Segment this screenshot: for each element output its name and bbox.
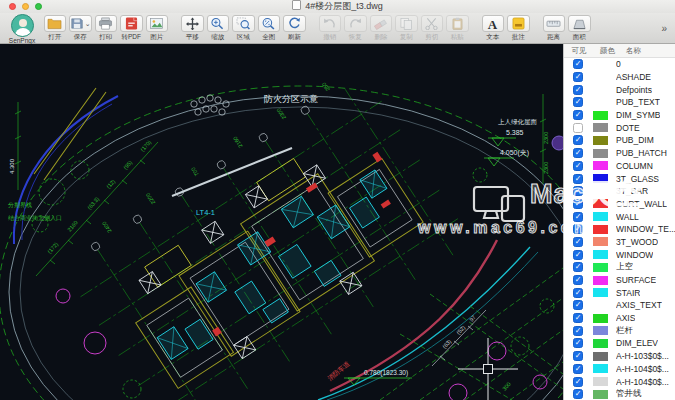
layer-color-swatch[interactable] xyxy=(593,212,608,221)
layer-row[interactable]: ✓Defpoints xyxy=(564,83,675,96)
layer-row[interactable]: ✓ASHADE xyxy=(564,71,675,84)
layer-visible-checkbox[interactable]: ✓ xyxy=(573,326,583,336)
layer-visible-checkbox[interactable]: ✓ xyxy=(573,110,583,120)
layer-row[interactable]: ✓STAIR xyxy=(564,286,675,299)
toolbar-button-print[interactable]: 打印 xyxy=(93,14,119,40)
layer-visible-checkbox[interactable]: ✓ xyxy=(573,338,583,348)
layer-row[interactable]: ✓3T_WOOD xyxy=(564,236,675,249)
layer-color-swatch[interactable] xyxy=(593,123,608,132)
layer-row[interactable]: ✓A-H-104$0$... xyxy=(564,375,675,388)
layer-color-swatch[interactable] xyxy=(593,326,608,335)
layer-visible-checkbox[interactable]: ✓ xyxy=(573,224,583,234)
layer-color-swatch[interactable] xyxy=(593,339,608,348)
layer-row[interactable]: ✓A-H-104$0$... xyxy=(564,363,675,376)
cad-canvas[interactable]: 2400220070021602300250 防火分区示意上人绿化屋面5.385… xyxy=(0,44,563,400)
layer-color-swatch[interactable] xyxy=(593,352,608,361)
layer-visible-checkbox[interactable]: ✓ xyxy=(573,85,583,95)
layer-row[interactable]: ✓AXIS_TEXT xyxy=(564,299,675,312)
layer-visible-checkbox[interactable]: ✓ xyxy=(573,97,583,107)
toolbar-button-refresh[interactable]: 刷新 xyxy=(282,14,308,40)
layer-visible-checkbox[interactable]: ✓ xyxy=(573,72,583,82)
layer-visible-checkbox[interactable]: ✓ xyxy=(573,262,583,272)
toolbar-button-area[interactable]: 面积 xyxy=(567,14,593,40)
layer-color-swatch[interactable] xyxy=(593,314,608,323)
layer-visible-checkbox[interactable]: ✓ xyxy=(573,389,583,399)
layer-color-swatch[interactable] xyxy=(593,111,608,120)
layer-row[interactable]: ✓WALL xyxy=(564,210,675,223)
layer-color-swatch[interactable] xyxy=(593,390,608,399)
toolbar-button-save[interactable]: ⌄保存 xyxy=(68,14,94,40)
layer-row[interactable]: ✓DIM_SYMB xyxy=(564,109,675,122)
toolbar-button-zoom[interactable]: 缩放 xyxy=(205,14,231,40)
layer-color-swatch[interactable] xyxy=(593,364,608,373)
layer-row[interactable]: ✓0 xyxy=(564,58,675,71)
layer-visible-checkbox[interactable]: ✓ xyxy=(573,135,583,145)
toolbar-button-image[interactable]: 图片 xyxy=(144,14,170,40)
layer-row[interactable]: ✓SURFACE xyxy=(564,274,675,287)
toolbar-button-distance[interactable]: 距离 xyxy=(541,14,567,40)
layer-visible-checkbox[interactable]: ✓ xyxy=(573,351,583,361)
layer-row[interactable]: ✓PUB_TEXT xyxy=(564,96,675,109)
toolbar-button-full[interactable]: 全图 xyxy=(256,14,282,40)
layer-color-swatch[interactable] xyxy=(593,288,608,297)
layer-color-swatch[interactable] xyxy=(593,377,608,386)
layer-row[interactable]: ✓COLUMN xyxy=(564,160,675,173)
toolbar-button-pan[interactable]: 平移 xyxy=(180,14,206,40)
layer-visible-checkbox[interactable]: ✓ xyxy=(573,364,583,374)
toolbar-button-region[interactable]: 区域 xyxy=(231,14,257,40)
layer-name: A-H-104$0$... xyxy=(616,377,669,387)
layer-row[interactable]: ✓管井线 xyxy=(564,388,675,400)
layer-row[interactable]: ✓AXIS xyxy=(564,312,675,325)
toolbar-button-annotate[interactable]: 批注 xyxy=(506,14,532,40)
layer-row[interactable]: ✓栏杆 xyxy=(564,324,675,337)
layer-color-swatch[interactable] xyxy=(593,225,608,234)
layer-row[interactable]: ✓WINDOW xyxy=(564,248,675,261)
layer-row[interactable]: ✓3T_GLASS xyxy=(564,172,675,185)
toolbar-button-to-pdf[interactable]: 转PDF xyxy=(119,14,145,40)
layer-visible-checkbox[interactable]: ✓ xyxy=(573,186,583,196)
layer-visible-checkbox[interactable]: ✓ xyxy=(573,161,583,171)
layer-color-swatch[interactable] xyxy=(593,85,608,94)
layer-color-swatch[interactable] xyxy=(593,187,608,196)
layer-visible-checkbox[interactable]: ✓ xyxy=(573,377,583,387)
layer-row[interactable]: ✓DIM_ELEV xyxy=(564,337,675,350)
layer-visible-checkbox[interactable]: ✓ xyxy=(573,250,583,260)
user-account-button[interactable]: SenPngx xyxy=(4,14,40,45)
layer-color-swatch[interactable] xyxy=(593,263,608,272)
layer-color-swatch[interactable] xyxy=(593,276,608,285)
layer-color-swatch[interactable] xyxy=(593,136,608,145)
layer-row[interactable]: ✓CURT_WALL xyxy=(564,198,675,211)
layer-visible-checkbox[interactable]: ✓ xyxy=(573,174,583,184)
layer-color-swatch[interactable] xyxy=(593,199,608,208)
layer-row[interactable]: ✓3T_BAR xyxy=(564,185,675,198)
layer-row[interactable]: ✓A-H-103$0$... xyxy=(564,350,675,363)
layer-color-swatch[interactable] xyxy=(593,174,608,183)
layer-visible-checkbox[interactable]: ✓ xyxy=(573,275,583,285)
layer-row[interactable]: ✓PUB_DIM xyxy=(564,134,675,147)
layer-visible-checkbox[interactable]: ✓ xyxy=(573,199,583,209)
layer-visible-checkbox[interactable]: ✓ xyxy=(573,212,583,222)
layer-row[interactable]: DOTE xyxy=(564,121,675,134)
layer-color-swatch[interactable] xyxy=(593,98,608,107)
toolbar-button-redo: 恢复 xyxy=(343,14,369,40)
layer-visible-checkbox[interactable] xyxy=(573,123,583,133)
layer-visible-checkbox[interactable]: ✓ xyxy=(573,237,583,247)
layer-color-swatch[interactable] xyxy=(593,237,608,246)
layer-color-swatch[interactable] xyxy=(593,60,608,69)
layer-row[interactable]: ✓PUB_HATCH xyxy=(564,147,675,160)
toolbar-button-open[interactable]: 打开 xyxy=(42,14,68,40)
layer-visible-checkbox[interactable]: ✓ xyxy=(573,313,583,323)
layer-visible-checkbox[interactable]: ✓ xyxy=(573,59,583,69)
layer-row[interactable]: ✓上空 xyxy=(564,261,675,274)
layer-visible-checkbox[interactable]: ✓ xyxy=(573,288,583,298)
layer-color-swatch[interactable] xyxy=(593,301,608,310)
layer-visible-checkbox[interactable]: ✓ xyxy=(573,300,583,310)
layer-color-swatch[interactable] xyxy=(593,161,608,170)
layer-row[interactable]: ✓WINDOW_TE... xyxy=(564,223,675,236)
layer-color-swatch[interactable] xyxy=(593,73,608,82)
toolbar-overflow-button[interactable]: » xyxy=(661,23,669,34)
layer-color-swatch[interactable] xyxy=(593,149,608,158)
layer-color-swatch[interactable] xyxy=(593,250,608,259)
toolbar-button-text[interactable]: A文本 xyxy=(480,14,506,40)
layer-visible-checkbox[interactable]: ✓ xyxy=(573,148,583,158)
